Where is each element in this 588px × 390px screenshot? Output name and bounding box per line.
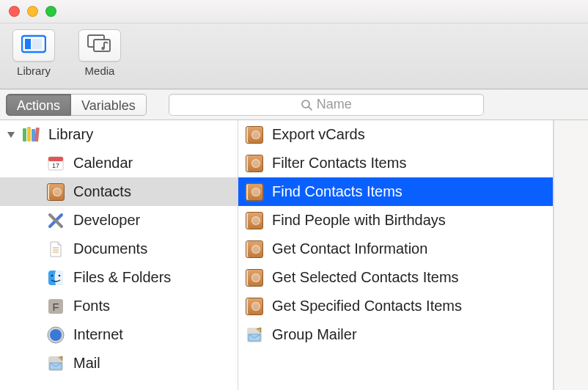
action-row[interactable]: Get Specified Contacts Items <box>238 292 553 320</box>
library-icon <box>21 34 46 56</box>
svg-point-26 <box>50 329 62 341</box>
sidebar-item-label: Mail <box>73 355 238 372</box>
toolbar-library[interactable]: Library <box>7 29 60 77</box>
action-row[interactable]: Get Selected Contacts Items <box>238 263 553 292</box>
contacts-icon <box>45 182 66 202</box>
sidebar-item-files-folders[interactable]: Files & Folders <box>0 263 238 292</box>
search-placeholder: Name <box>317 97 352 112</box>
disclosure-triangle-icon[interactable] <box>4 130 18 139</box>
sidebar-item-developer[interactable]: Developer <box>0 206 238 235</box>
action-row[interactable]: Group Mailer <box>238 320 553 349</box>
library-subbar: Actions Variables Name <box>0 89 588 120</box>
svg-rect-8 <box>23 128 26 141</box>
contactbook-icon <box>244 296 265 317</box>
action-row[interactable]: Export vCards <box>238 120 553 149</box>
library-columns: Library 17 Calendar Contacts <box>0 120 588 390</box>
sidebar-item-calendar[interactable]: 17 Calendar <box>0 149 238 177</box>
library-root-label: Library <box>48 126 238 143</box>
library-mode-segment: Actions Variables <box>0 89 147 119</box>
tab-variables[interactable]: Variables <box>71 94 147 116</box>
contactbook-icon <box>244 268 265 288</box>
safari-icon <box>45 325 66 345</box>
sidebar-item-contacts[interactable]: Contacts <box>0 177 238 206</box>
contactbook-icon <box>244 210 265 231</box>
action-row[interactable]: Find People with Birthdays <box>238 206 553 235</box>
media-icon <box>87 34 113 57</box>
svg-line-7 <box>309 107 312 110</box>
window-minimize-button[interactable] <box>27 6 38 17</box>
svg-rect-2 <box>32 39 42 49</box>
sidebar-item-internet[interactable]: Internet <box>0 320 238 349</box>
svg-point-5 <box>101 47 104 50</box>
svg-rect-11 <box>34 127 40 141</box>
svg-rect-1 <box>25 39 31 49</box>
action-label: Group Mailer <box>272 326 553 343</box>
sidebar-item-label: Files & Folders <box>73 269 238 286</box>
sidebar-item-label: Documents <box>73 240 238 257</box>
library-root-row[interactable]: Library <box>0 120 238 149</box>
action-label: Get Contact Information <box>272 240 553 257</box>
svg-text:F: F <box>52 301 59 313</box>
action-row[interactable]: Filter Contacts Items <box>238 149 553 177</box>
search-field[interactable]: Name <box>169 94 484 116</box>
svg-point-22 <box>59 274 61 276</box>
sidebar-item-label: Calendar <box>73 155 238 172</box>
workflow-canvas[interactable] <box>554 120 588 390</box>
action-row[interactable]: Get Contact Information <box>238 235 553 263</box>
library-icon <box>21 125 41 145</box>
calendar-icon: 17 <box>45 153 66 174</box>
sidebar-item-fonts[interactable]: F Fonts <box>0 292 238 320</box>
action-list: Export vCards Filter Contacts Items Find… <box>238 120 554 390</box>
toolbar-media[interactable]: Media <box>73 29 126 77</box>
search-icon <box>301 99 312 111</box>
toolbar: Library Media <box>0 23 588 89</box>
sidebar-item-label: Internet <box>73 326 238 343</box>
window-titlebar <box>0 0 588 23</box>
fontbook-icon: F <box>45 296 66 317</box>
contactbook-icon <box>244 239 265 260</box>
sidebar-item-label: Developer <box>73 212 238 229</box>
svg-point-21 <box>51 274 54 276</box>
action-label: Export vCards <box>272 126 553 143</box>
finder-icon <box>45 268 66 288</box>
mailer-icon <box>244 325 265 345</box>
document-icon <box>45 239 66 260</box>
contactbook-icon <box>244 125 265 145</box>
mail-icon <box>45 353 66 374</box>
toolbar-media-label: Media <box>85 65 115 77</box>
action-label: Find Contacts Items <box>272 183 553 200</box>
sidebar-item-label: Contacts <box>73 183 238 200</box>
contactbook-icon <box>244 153 265 174</box>
sidebar-item-mail[interactable]: Mail <box>0 349 238 378</box>
action-label: Get Specified Contacts Items <box>272 298 553 314</box>
svg-text:17: 17 <box>52 162 59 169</box>
action-label: Get Selected Contacts Items <box>272 269 553 286</box>
svg-rect-13 <box>48 157 63 161</box>
toolbar-library-label: Library <box>17 65 51 77</box>
action-label: Filter Contacts Items <box>272 155 553 172</box>
contactbook-icon <box>244 182 265 202</box>
svg-rect-9 <box>27 127 31 141</box>
action-label: Find People with Birthdays <box>272 212 553 229</box>
category-list: Library 17 Calendar Contacts <box>0 120 238 390</box>
tab-actions[interactable]: Actions <box>6 94 71 116</box>
window-close-button[interactable] <box>9 6 20 17</box>
action-row[interactable]: Find Contacts Items <box>238 177 553 206</box>
sidebar-item-documents[interactable]: Documents <box>0 235 238 263</box>
window-zoom-button[interactable] <box>45 6 56 17</box>
sidebar-item-label: Fonts <box>73 298 238 314</box>
xcode-icon <box>45 210 66 231</box>
